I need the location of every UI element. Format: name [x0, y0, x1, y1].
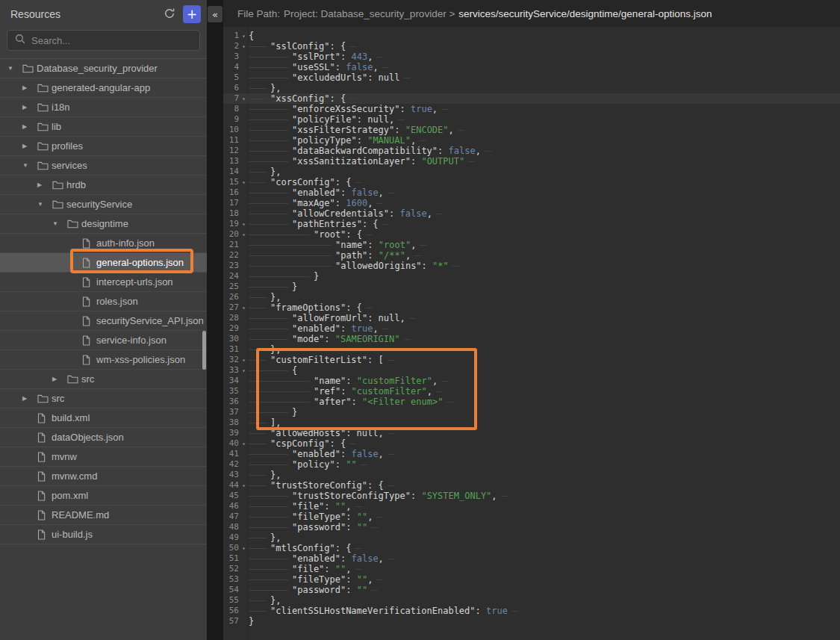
expand-arrow-icon[interactable]: ▶: [22, 123, 37, 130]
indent-guide: [249, 365, 292, 376]
expand-arrow-icon[interactable]: ▼: [22, 162, 37, 169]
code-line: 57 }: [223, 616, 840, 627]
code-line: 1 ▾ {: [223, 31, 840, 41]
expand-arrow-icon[interactable]: ▼: [7, 65, 22, 72]
tree-item-securityService[interactable]: ▼ securityService: [0, 195, 207, 214]
fold-arrow-icon[interactable]: ▾: [239, 229, 249, 240]
expand-arrow-icon[interactable]: ▼: [52, 220, 67, 227]
tree-item-lib[interactable]: ▶ lib: [0, 117, 207, 137]
fold-arrow-icon[interactable]: ▾: [239, 219, 249, 229]
indent-guide: [249, 146, 292, 156]
line-number: 5: [223, 72, 239, 83]
folder-icon: [37, 103, 52, 112]
fold-arrow-icon[interactable]: ▾: [239, 365, 249, 376]
tree-item-wm-xss-policies.json[interactable]: wm-xss-policies.json: [0, 350, 207, 370]
code-token: ,: [400, 313, 405, 323]
code-token: "pathEntries": [292, 219, 362, 229]
tree-item-intercept-urls.json[interactable]: intercept-urls.json: [0, 273, 207, 292]
expand-arrow-icon[interactable]: ▶: [37, 181, 52, 188]
indent-guide: [249, 198, 292, 208]
code-token: "": [346, 459, 356, 470]
tree-item-Database_security_provider[interactable]: ▼ Database_security_provider: [0, 59, 207, 78]
tree-item-designtime[interactable]: ▼ designtime: [0, 214, 207, 234]
file-icon: [82, 238, 96, 249]
code-token: :: [340, 187, 351, 198]
tree-item-README.md[interactable]: README.md: [0, 506, 207, 525]
fold-arrow-icon[interactable]: ▾: [239, 31, 249, 41]
tree-item-label: README.md: [52, 509, 109, 521]
fold-arrow-icon[interactable]: ▾: [239, 355, 249, 365]
tree-item-auth-info.json[interactable]: auth-info.json: [0, 234, 207, 253]
tree-item-profiles[interactable]: ▶ profiles: [0, 137, 207, 156]
line-number: 2: [223, 41, 239, 52]
tree-item-dataObjects.json[interactable]: dataObjects.json: [0, 428, 207, 447]
code-token: "ENCODE": [405, 125, 449, 135]
tree-item-src[interactable]: ▶ src: [0, 370, 207, 389]
code-token: "ref": [314, 386, 340, 397]
tree-item-service-info.json[interactable]: service-info.json: [0, 331, 207, 350]
fold-arrow-icon: [239, 135, 249, 146]
fold-arrow-icon[interactable]: ▾: [239, 438, 249, 449]
search-box[interactable]: [7, 30, 200, 51]
code-line: 32 ▾ "customFilterList": [: [223, 355, 840, 365]
expand-arrow-icon[interactable]: ▶: [52, 376, 67, 382]
code-token: "password": [292, 522, 346, 532]
code-token: ,: [379, 428, 384, 438]
code-token: :: [367, 250, 378, 261]
code-editor[interactable]: 1 ▾ { 2 ▾ "sslConfig": { 3 "sslPort": 44…: [223, 27, 840, 640]
code-line: 37 }: [223, 407, 840, 417]
code-token: "policyType": [292, 135, 357, 146]
tree-item-mvnw[interactable]: mvnw: [0, 447, 207, 467]
expand-arrow-icon[interactable]: ▼: [37, 201, 52, 208]
expand-arrow-icon[interactable]: ▶: [22, 84, 37, 91]
collapse-sidebar-button[interactable]: «: [208, 6, 223, 22]
expand-arrow-icon[interactable]: ▶: [22, 143, 37, 149]
tree-item-label: service-info.json: [96, 335, 167, 346]
code-token: ,: [367, 512, 373, 522]
refresh-button[interactable]: [161, 5, 178, 23]
tree-item-label: Database_security_provider: [37, 63, 158, 74]
sidebar-scrollbar-thumb[interactable]: [202, 331, 206, 370]
indent-guide: [249, 585, 292, 595]
expand-arrow-icon[interactable]: ▶: [22, 104, 37, 111]
fold-arrow-icon[interactable]: ▾: [239, 177, 249, 187]
code-token: ,: [491, 491, 497, 501]
tree-item-roles.json[interactable]: roles.json: [0, 292, 207, 311]
tree-item-build.xml[interactable]: build.xml: [0, 408, 207, 428]
tree-item-securityService_API.json[interactable]: securityService_API.json: [0, 311, 207, 331]
indent-guide: [249, 376, 314, 386]
tree-item-hrdb[interactable]: ▶ hrdb: [0, 175, 207, 195]
indent-guide: [249, 114, 292, 125]
fold-arrow-icon: [239, 313, 249, 323]
fold-arrow-icon: [239, 271, 249, 282]
tree-item-label: mvnw.cmd: [52, 470, 97, 482]
code-token: "sslPort": [292, 52, 340, 62]
fold-arrow-icon[interactable]: ▾: [239, 41, 249, 52]
file-icon: [82, 355, 96, 365]
fold-arrow-icon: [239, 240, 249, 250]
fold-arrow-icon[interactable]: ▾: [239, 480, 249, 491]
file-icon: [82, 296, 96, 307]
add-resource-button[interactable]: +: [183, 5, 201, 23]
expand-arrow-icon[interactable]: ▶: [22, 395, 37, 402]
code-token: : {: [329, 93, 346, 104]
fold-arrow-icon[interactable]: ▾: [239, 543, 249, 553]
code-token: ,: [405, 250, 411, 261]
code-token: :: [357, 114, 367, 125]
tree-item-i18n[interactable]: ▶ i18n: [0, 98, 207, 117]
fold-arrow-icon[interactable]: ▾: [239, 93, 249, 104]
tree-item-pom.xml[interactable]: pom.xml: [0, 486, 207, 506]
tree-item-services[interactable]: ▼ services: [0, 156, 207, 175]
search-input[interactable]: [31, 35, 192, 46]
fold-arrow-icon[interactable]: ▾: [239, 302, 249, 313]
indent-guide: [249, 41, 270, 52]
code-line: 24 }: [223, 271, 840, 282]
tree-item-general-options.json[interactable]: general-options.json: [0, 253, 207, 273]
code-token: :: [367, 240, 378, 250]
tree-item-label: src: [52, 393, 64, 404]
tree-item-generated-angular-app[interactable]: ▶ generated-angular-app: [0, 78, 207, 98]
code-line: 44 ▾ "trustStoreConfig": {: [223, 480, 840, 491]
tree-item-src[interactable]: ▶ src: [0, 389, 207, 408]
tree-item-ui-build.js[interactable]: ui-build.js: [0, 525, 207, 544]
tree-item-mvnw.cmd[interactable]: mvnw.cmd: [0, 467, 207, 486]
